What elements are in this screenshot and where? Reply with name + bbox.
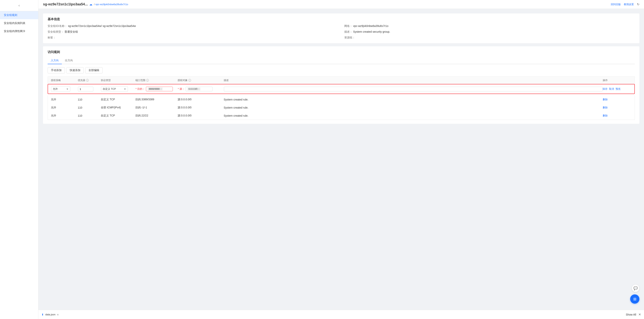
action-buttons: 手动添加 快速添加 全部编辑 — [48, 67, 635, 73]
my-settings-link[interactable]: 教我设置 — [624, 3, 634, 6]
edit-policy-cell: 允许 ▼ — [51, 86, 78, 92]
row2-policy: 允许 — [51, 106, 78, 109]
edit-row: 允许 ▼ 自定义 TCP ▼ * 目的： — [48, 84, 635, 94]
port-info-icon[interactable]: i — [146, 79, 149, 82]
edit-actions-cell: 保存 取消 预览 — [602, 87, 631, 91]
basic-info-title: 基本信息 — [48, 17, 635, 21]
sidebar-item-security-rules[interactable]: 安全组规则 — [0, 11, 38, 19]
row1-priority: 110 — [78, 98, 101, 101]
delete-button-row1[interactable]: 删除 — [603, 98, 608, 101]
rules-section: 访问规则 入方向 出方向 手动添加 快速添加 全部编辑 — [43, 46, 640, 124]
source-tag-close[interactable]: × — [198, 88, 199, 90]
dest-label: * 目的： — [136, 87, 145, 91]
info-id-name: 安全组ID/名称： sg-wz9e72sn1c1lpo3aa54w/ sg-wz… — [48, 25, 338, 28]
type-label: 安全组类型： — [48, 30, 64, 34]
row2-priority: 110 — [78, 106, 101, 109]
header-right: 回到旧版 教我设置 ↻ — [611, 3, 640, 6]
fab-icon: ⊞ — [633, 297, 636, 301]
priority-info-icon[interactable]: i — [86, 79, 89, 82]
chat-icon: 💬 — [634, 286, 638, 290]
show-all-button[interactable]: Show All — [626, 313, 636, 316]
delete-button-row2[interactable]: 删除 — [603, 106, 608, 109]
sidebar-back-button[interactable]: ‹ — [0, 0, 38, 11]
protocol-select[interactable]: 自定义 TCP ▼ — [101, 86, 128, 92]
row3-protocol: 自定义 TCP — [101, 114, 135, 117]
priority-input[interactable] — [78, 87, 93, 92]
row3-policy: 允许 — [51, 114, 78, 117]
auth-target-info-icon[interactable]: i — [188, 79, 191, 82]
info-desc: 描述： System created security group. — [344, 30, 635, 34]
bottom-right: Show All ✕ — [626, 313, 641, 316]
row3-desc: System created rule. — [224, 114, 603, 117]
row2-desc: System created rule. — [224, 106, 603, 109]
dest-tag-input[interactable]: 8888/8888 × — [146, 87, 173, 91]
back-icon: ‹ — [18, 4, 20, 8]
main-content: sg-wz9e72sn1c1lpo3aa54... ☁ / vpc-wz9jvk… — [38, 0, 644, 319]
breadcrumb: / vpc-wz9jvk0nbw6a39u8x7r1o — [94, 3, 128, 6]
resource-group-label: 资源组： — [344, 36, 355, 39]
breadcrumb-link[interactable]: vpc-wz9jvk0nbw6a39u8x7r1o — [96, 3, 128, 6]
desc-input[interactable] — [224, 87, 602, 92]
policy-select[interactable]: 允许 ▼ — [51, 86, 70, 92]
fab-button[interactable]: ⊞ — [630, 294, 640, 304]
desc-label: 描述： — [344, 30, 352, 34]
bottom-left: ⬆ data.json ∧ — [42, 313, 59, 316]
refresh-icon[interactable]: ↻ — [637, 3, 640, 6]
quick-add-button[interactable]: 快速添加 — [66, 67, 84, 73]
preview-button[interactable]: 预览 — [616, 87, 620, 91]
chevron-down-icon: ▼ — [66, 88, 68, 91]
header: sg-wz9e72sn1c1lpo3aa54... ☁ / vpc-wz9jvk… — [38, 0, 644, 9]
edit-protocol-cell: 自定义 TCP ▼ — [101, 86, 136, 92]
full-edit-button[interactable]: 全部编辑 — [85, 67, 102, 73]
tag-label: 标签： — [48, 36, 56, 39]
table-row: 允许 110 全部 ICMP(IPv4) 目的:-1/-1 源:0.0.0.0/… — [48, 104, 635, 112]
col-action: 操作 — [603, 79, 632, 82]
source-label: * 源： — [178, 87, 184, 91]
chevron-up-icon[interactable]: ∧ — [57, 313, 59, 316]
col-priority: 优先级 i — [78, 79, 101, 82]
info-type: 安全组类型： 普通安全组 — [48, 30, 338, 34]
row3-auth-target: 源:0.0.0.0/0 — [178, 114, 224, 117]
rules-title: 访问规则 — [48, 50, 635, 54]
info-resource-group: 资源组： — [344, 36, 635, 39]
file-upload-icon: ⬆ — [42, 313, 44, 316]
edit-port-cell: * 目的： 8888/8888 × — [136, 87, 178, 91]
save-button[interactable]: 保存 — [602, 87, 608, 91]
col-desc: 描述 — [224, 79, 603, 82]
info-grid: 安全组ID/名称： sg-wz9e72sn1c1lpo3aa54w/ sg-wz… — [48, 25, 635, 39]
col-protocol: 协议类型 — [101, 79, 135, 82]
cloud-icon: ☁ — [89, 3, 92, 6]
cancel-button[interactable]: 取消 — [609, 87, 614, 91]
edit-desc-cell — [224, 87, 602, 92]
row1-port: 目的:3389/3389 — [135, 98, 178, 101]
desc-value: System created security group. — [353, 30, 390, 33]
manual-add-button[interactable]: 手动添加 — [48, 67, 65, 73]
tab-inbound[interactable]: 入方向 — [48, 57, 62, 64]
edit-priority-cell — [78, 87, 101, 92]
table-row: 允许 110 自定义 TCP 目的:3389/3389 源:0.0.0.0/0 — [48, 96, 635, 104]
sidebar-item-elastic-nic[interactable]: 安全组内弹性网卡 — [0, 27, 38, 35]
row1-policy: 允许 — [51, 98, 78, 101]
basic-info-section: 基本信息 安全组ID/名称： sg-wz9e72sn1c1lpo3aa54w/ … — [43, 14, 640, 43]
rules-tabs: 入方向 出方向 — [48, 57, 635, 64]
network-value: vpc-wz9jvk0nbw6a39u8x7r1o — [353, 25, 388, 28]
dest-tag-close[interactable]: × — [160, 88, 162, 90]
id-name-label: 安全组ID/名称： — [48, 25, 67, 28]
table-header: 授权策略 优先级 i 协议类型 端口范围 i 授权对象 — [48, 77, 635, 84]
col-port: 端口范围 i — [135, 79, 178, 82]
close-icon[interactable]: ✕ — [638, 313, 641, 316]
back-old-link[interactable]: 回到旧版 — [611, 3, 621, 6]
info-tag: 标签： — [48, 36, 338, 39]
dest-tag: 8888/8888 × — [148, 87, 163, 91]
chevron-down-icon-2: ▼ — [124, 88, 126, 91]
row3-priority: 110 — [78, 114, 101, 117]
chat-fab-button[interactable]: 💬 — [632, 284, 640, 292]
row1-protocol: 自定义 TCP — [101, 98, 135, 101]
delete-button-row3[interactable]: 删除 — [603, 114, 608, 117]
col-auth-target: 授权对象 i — [178, 79, 224, 82]
sidebar-item-instance-list[interactable]: 安全组内实例列表 — [0, 19, 38, 27]
tab-outbound[interactable]: 出方向 — [62, 57, 76, 64]
source-tag-input[interactable]: 0.0.0.0/0 × — [186, 87, 212, 91]
bottom-bar: ⬆ data.json ∧ Show All ✕ — [38, 310, 644, 319]
type-value: 普通安全组 — [64, 30, 78, 34]
